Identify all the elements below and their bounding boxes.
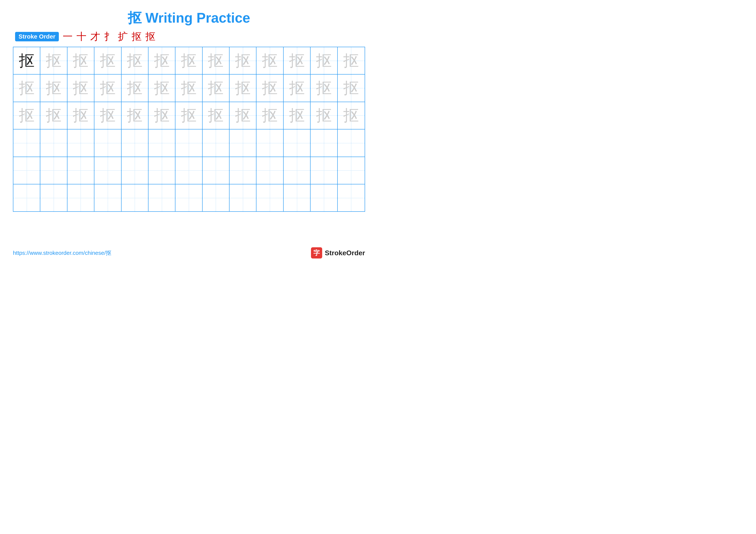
grid-cell-r2-7[interactable]: 抠 (176, 75, 202, 101)
stroke-step-2: 十 (76, 32, 86, 41)
stroke-order-row: Stroke Order 一 十 才 扌 扩 抠 抠 (13, 32, 365, 41)
grid-row-5 (14, 157, 364, 184)
grid-cell-r2-13[interactable]: 抠 (338, 75, 364, 101)
grid-cell-r1-6[interactable]: 抠 (148, 47, 176, 74)
grid-cell-r1-11[interactable]: 抠 (284, 47, 310, 74)
stroke-step-1: 一 (63, 32, 73, 41)
grid-cell-r4-10[interactable] (256, 129, 284, 156)
grid-cell-r2-2[interactable]: 抠 (40, 75, 67, 101)
logo-text: StrokeOrder (325, 249, 365, 257)
grid-cell-r3-4[interactable]: 抠 (94, 102, 121, 129)
grid-cell-r6-7[interactable] (176, 184, 202, 211)
grid-cell-r1-1[interactable]: 抠 (14, 47, 40, 74)
grid-cell-r4-4[interactable] (94, 129, 121, 156)
grid-cell-r3-5[interactable]: 抠 (122, 102, 148, 129)
grid-cell-r3-11[interactable]: 抠 (284, 102, 310, 129)
grid-cell-r2-3[interactable]: 抠 (68, 75, 94, 101)
grid-cell-r6-13[interactable] (338, 184, 364, 211)
stroke-step-5: 扩 (118, 32, 128, 41)
grid-cell-r2-8[interactable]: 抠 (202, 75, 230, 101)
grid-cell-r5-4[interactable] (94, 157, 121, 184)
footer-logo: 字 StrokeOrder (311, 247, 365, 259)
stroke-step-6: 抠 (132, 32, 142, 41)
grid-row-6 (14, 184, 364, 211)
grid-cell-r5-7[interactable] (176, 157, 202, 184)
grid-cell-r6-4[interactable] (94, 184, 121, 211)
grid-cell-r1-13[interactable]: 抠 (338, 47, 364, 74)
grid-cell-r3-8[interactable]: 抠 (202, 102, 230, 129)
grid-cell-r4-9[interactable] (230, 129, 256, 156)
grid-cell-r5-3[interactable] (68, 157, 94, 184)
grid-cell-r1-7[interactable]: 抠 (176, 47, 202, 74)
grid-cell-r1-9[interactable]: 抠 (230, 47, 256, 74)
footer-url[interactable]: https://www.strokeorder.com/chinese/抠 (13, 249, 111, 257)
grid-cell-r3-1[interactable]: 抠 (14, 102, 40, 129)
grid-cell-r6-8[interactable] (202, 184, 230, 211)
grid-cell-r3-10[interactable]: 抠 (256, 102, 284, 129)
grid-cell-r4-8[interactable] (202, 129, 230, 156)
grid-row-1: 抠 抠 抠 抠 抠 抠 抠 抠 抠 抠 抠 抠 抠 (14, 47, 364, 75)
grid-cell-r2-11[interactable]: 抠 (284, 75, 310, 101)
grid-cell-r3-12[interactable]: 抠 (310, 102, 338, 129)
grid-cell-r4-2[interactable] (40, 129, 67, 156)
grid-cell-r3-9[interactable]: 抠 (230, 102, 256, 129)
grid-cell-r5-6[interactable] (148, 157, 176, 184)
grid-cell-r1-3[interactable]: 抠 (68, 47, 94, 74)
grid-cell-r2-10[interactable]: 抠 (256, 75, 284, 101)
grid-cell-r4-11[interactable] (284, 129, 310, 156)
grid-cell-r4-7[interactable] (176, 129, 202, 156)
grid-cell-r5-9[interactable] (230, 157, 256, 184)
grid-cell-r4-12[interactable] (310, 129, 338, 156)
grid-cell-r1-12[interactable]: 抠 (310, 47, 338, 74)
stroke-step-4: 扌 (104, 32, 114, 41)
grid-cell-r1-4[interactable]: 抠 (94, 47, 121, 74)
grid-cell-r6-3[interactable] (68, 184, 94, 211)
grid-cell-r6-12[interactable] (310, 184, 338, 211)
grid-cell-r6-2[interactable] (40, 184, 67, 211)
grid-cell-r5-13[interactable] (338, 157, 364, 184)
grid-row-4 (14, 129, 364, 157)
grid-row-2: 抠 抠 抠 抠 抠 抠 抠 抠 抠 抠 抠 抠 抠 (14, 75, 364, 102)
grid-cell-r2-5[interactable]: 抠 (122, 75, 148, 101)
stroke-step-7: 抠 (146, 32, 155, 41)
grid-cell-r3-3[interactable]: 抠 (68, 102, 94, 129)
grid-cell-r4-6[interactable] (148, 129, 176, 156)
char-solid: 抠 (19, 53, 35, 68)
grid-cell-r3-6[interactable]: 抠 (148, 102, 176, 129)
grid-cell-r5-10[interactable] (256, 157, 284, 184)
stroke-order-badge: Stroke Order (15, 32, 59, 41)
grid-cell-r3-13[interactable]: 抠 (338, 102, 364, 129)
grid-cell-r6-9[interactable] (230, 184, 256, 211)
grid-cell-r1-2[interactable]: 抠 (40, 47, 67, 74)
grid-cell-r6-11[interactable] (284, 184, 310, 211)
grid-cell-r4-1[interactable] (14, 129, 40, 156)
grid-cell-r2-9[interactable]: 抠 (230, 75, 256, 101)
grid-cell-r5-11[interactable] (284, 157, 310, 184)
grid-cell-r4-3[interactable] (68, 129, 94, 156)
grid-cell-r5-1[interactable] (14, 157, 40, 184)
grid-cell-r6-10[interactable] (256, 184, 284, 211)
grid-cell-r1-10[interactable]: 抠 (256, 47, 284, 74)
grid-cell-r1-8[interactable]: 抠 (202, 47, 230, 74)
grid-cell-r6-5[interactable] (122, 184, 148, 211)
stroke-step-3: 才 (90, 32, 100, 41)
page-title: 抠 Writing Practice (13, 9, 365, 27)
grid-cell-r4-5[interactable] (122, 129, 148, 156)
grid-row-3: 抠 抠 抠 抠 抠 抠 抠 抠 抠 抠 抠 抠 抠 (14, 102, 364, 129)
grid-cell-r1-5[interactable]: 抠 (122, 47, 148, 74)
grid-cell-r5-5[interactable] (122, 157, 148, 184)
grid-cell-r3-7[interactable]: 抠 (176, 102, 202, 129)
grid-cell-r2-6[interactable]: 抠 (148, 75, 176, 101)
grid-cell-r2-1[interactable]: 抠 (14, 75, 40, 101)
grid-cell-r4-13[interactable] (338, 129, 364, 156)
grid-cell-r5-8[interactable] (202, 157, 230, 184)
grid-cell-r6-6[interactable] (148, 184, 176, 211)
grid-cell-r5-2[interactable] (40, 157, 67, 184)
grid-cell-r5-12[interactable] (310, 157, 338, 184)
grid-cell-r3-2[interactable]: 抠 (40, 102, 67, 129)
grid-cell-r6-1[interactable] (14, 184, 40, 211)
footer: https://www.strokeorder.com/chinese/抠 字 … (13, 247, 365, 259)
grid-cell-r2-12[interactable]: 抠 (310, 75, 338, 101)
grid-cell-r2-4[interactable]: 抠 (94, 75, 121, 101)
strokeorder-logo-icon: 字 (311, 247, 322, 259)
